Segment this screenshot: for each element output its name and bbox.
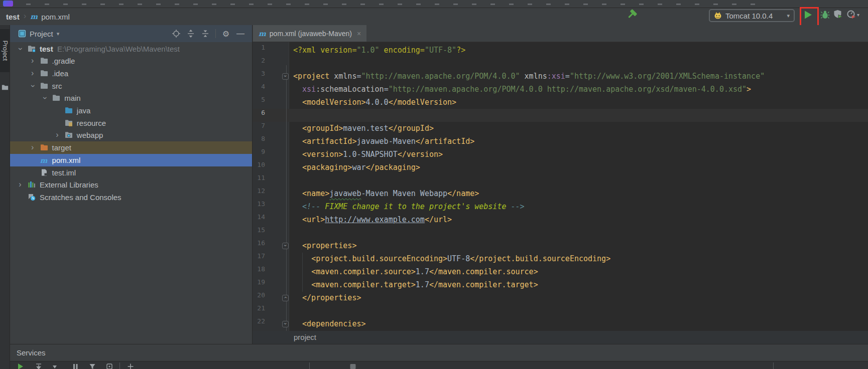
line-number: 3 bbox=[253, 70, 265, 83]
line-number: 6 bbox=[253, 109, 265, 122]
chevron-icon[interactable]: › bbox=[54, 129, 61, 141]
settings-gear-icon[interactable]: ⚙ bbox=[221, 29, 230, 38]
line-number: 8 bbox=[253, 135, 265, 148]
code-line-19[interactable]: <maven.compiler.target>1.7</maven.compil… bbox=[293, 278, 538, 291]
folder-toolwindow-icon[interactable] bbox=[2, 83, 9, 92]
tree-item-scratches-and-consoles[interactable]: Scratches and Consoles bbox=[10, 191, 252, 204]
chevron-icon[interactable]: › bbox=[39, 95, 51, 102]
chevron-icon[interactable]: › bbox=[14, 45, 27, 52]
code-line-18[interactable]: <maven.compiler.source>1.7</maven.compil… bbox=[293, 265, 538, 278]
code-line-13[interactable]: <!-- FIXME change it to the project's we… bbox=[293, 200, 525, 213]
breadcrumb-project-tag[interactable]: project bbox=[294, 331, 316, 344]
run-configuration-select[interactable]: Tomcat 10.0.4 ▾ bbox=[709, 9, 795, 22]
chevron-down-icon[interactable]: ▾ bbox=[857, 12, 859, 18]
hide-icon[interactable]: — bbox=[236, 29, 245, 38]
close-icon[interactable]: × bbox=[357, 30, 361, 38]
code-line-4[interactable]: xsi:schemaLocation="http://maven.apache.… bbox=[293, 83, 751, 96]
tree-item-label: target bbox=[52, 141, 71, 154]
tree-item-target[interactable]: ›target bbox=[10, 141, 252, 154]
tree-item-test-iml[interactable]: test.iml bbox=[10, 166, 252, 179]
chevron-icon[interactable]: › bbox=[26, 82, 39, 89]
code-line-17[interactable]: <project.build.sourceEncoding>UTF-8</pro… bbox=[293, 252, 610, 265]
code-line-22[interactable]: <dependencies> bbox=[293, 317, 366, 330]
tree-item-label: src bbox=[52, 80, 62, 92]
code-token bbox=[293, 280, 311, 289]
run-service-icon[interactable] bbox=[18, 363, 26, 369]
code-line-7[interactable]: <groupId>maven.test</groupId> bbox=[293, 122, 434, 135]
code-token: :xsi bbox=[547, 72, 565, 81]
chevron-down-small-icon[interactable] bbox=[51, 363, 59, 369]
add-icon[interactable] bbox=[127, 363, 135, 369]
breadcrumb-file[interactable]: pom.xml bbox=[41, 13, 70, 21]
tab-pom-xml[interactable]: m pom.xml (javaweb-Maven) × bbox=[253, 25, 366, 42]
code-token: = bbox=[565, 72, 570, 81]
step-down-icon[interactable] bbox=[35, 363, 43, 369]
navigation-bar: test › m pom.xml Tomcat 10.0.4 ▾ bbox=[0, 8, 868, 26]
pause-icon[interactable] bbox=[72, 363, 80, 369]
tree-item-test[interactable]: ›test E:\Programing\Java\Web\Maven\test bbox=[10, 43, 252, 55]
code-line-10[interactable]: <packaging>war</packaging> bbox=[293, 161, 420, 174]
tree-item-java[interactable]: java bbox=[10, 104, 252, 117]
code-line-9[interactable]: <version>1.0-SNAPSHOT</version> bbox=[293, 148, 443, 161]
code-token: </artifactId> bbox=[416, 137, 474, 146]
code-line-14[interactable]: <url>http://www.example.com</url> bbox=[293, 213, 452, 226]
filter-funnel-icon[interactable] bbox=[89, 363, 97, 369]
folder-icon bbox=[40, 69, 48, 77]
locate-icon[interactable] bbox=[172, 29, 181, 38]
run-icon[interactable] bbox=[803, 10, 813, 20]
project-panel-toolbar: ⚙ — bbox=[172, 25, 245, 42]
code-line-16[interactable]: <properties> bbox=[293, 239, 356, 252]
fold-marker-icon[interactable]: › bbox=[282, 295, 289, 301]
fold-marker-icon[interactable]: › bbox=[282, 73, 289, 80]
code-line-3[interactable]: <project xmlns="http://maven.apache.org/… bbox=[293, 70, 765, 83]
code-line-1[interactable]: <?xml version="1.0" encoding="UTF-8"?> bbox=[293, 44, 465, 57]
stripe-project-label[interactable]: Project bbox=[2, 41, 9, 61]
expand-all-icon[interactable] bbox=[186, 29, 195, 38]
chevron-icon[interactable]: › bbox=[17, 178, 24, 191]
project-view-selector[interactable]: Project ▾ bbox=[10, 30, 59, 38]
code-token bbox=[293, 98, 302, 107]
tree-item-webapp[interactable]: ›webapp bbox=[10, 129, 252, 141]
code-token: "UTF-8" bbox=[425, 46, 456, 55]
coverage-shield-icon[interactable] bbox=[833, 10, 843, 20]
tree-item-label: Scratches and Consoles bbox=[40, 191, 121, 204]
code-token: "1.0" bbox=[356, 46, 379, 55]
scratches-icon bbox=[28, 193, 36, 201]
tree-item-src[interactable]: ›src bbox=[10, 80, 252, 92]
panel-icon[interactable] bbox=[349, 363, 357, 369]
build-hammer-icon[interactable] bbox=[627, 9, 639, 22]
code-line-8[interactable]: <artifactId>javaweb-Maven</artifactId> bbox=[293, 135, 474, 148]
code-token: <maven.compiler.target> bbox=[311, 280, 416, 289]
editor-body[interactable]: 12345678910111213141516171819202122 <?xm… bbox=[253, 42, 868, 331]
menu-items-cropped bbox=[26, 4, 764, 5]
tree-item-external-libraries[interactable]: ›External Libraries bbox=[10, 178, 252, 191]
tree-item--gradle[interactable]: ›.gradle bbox=[10, 55, 252, 67]
tree-item-label: test E:\Programing\Java\Web\Maven\test bbox=[40, 43, 180, 55]
tool-window-stripe: Project bbox=[0, 25, 10, 369]
code-token: xsi bbox=[302, 85, 316, 94]
code-token bbox=[293, 85, 302, 94]
fold-marker-icon[interactable]: › bbox=[282, 243, 289, 249]
debug-bug-icon[interactable] bbox=[820, 10, 830, 20]
code-token: ?> bbox=[456, 46, 465, 55]
code-token: <maven.compiler.source> bbox=[311, 267, 416, 276]
tomcat-icon bbox=[714, 12, 722, 20]
profiler-icon[interactable] bbox=[846, 10, 856, 20]
code-line-5[interactable]: <modelVersion>4.0.0</modelVersion> bbox=[293, 96, 456, 109]
services-toolbar bbox=[10, 361, 868, 369]
tree-item-resource[interactable]: resource bbox=[10, 117, 252, 129]
tree-item-pom-xml[interactable]: mpom.xml bbox=[10, 154, 252, 166]
frame-icon[interactable] bbox=[106, 363, 114, 369]
code-line-20[interactable]: </properties> bbox=[293, 291, 361, 304]
chevron-icon[interactable]: › bbox=[29, 141, 36, 154]
chevron-icon[interactable]: › bbox=[29, 55, 36, 67]
chevron-icon[interactable]: › bbox=[29, 67, 36, 80]
collapse-all-icon[interactable] bbox=[201, 29, 210, 38]
tree-item--idea[interactable]: ›.idea bbox=[10, 67, 252, 80]
fold-marker-icon[interactable]: › bbox=[282, 321, 289, 327]
fold-range-line bbox=[286, 65, 287, 331]
code-line-12[interactable]: <name>javaweb-Maven Maven Webapp</name> bbox=[293, 187, 479, 200]
breadcrumb-project[interactable]: test bbox=[6, 13, 20, 21]
services-tool-window-header[interactable]: Services bbox=[10, 344, 868, 361]
tree-item-main[interactable]: ›main bbox=[10, 92, 252, 104]
